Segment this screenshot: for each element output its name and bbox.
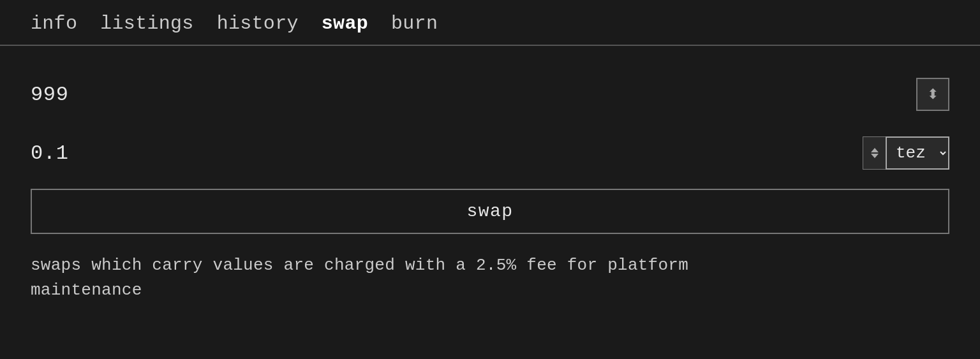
price-controls: tez usd: [863, 136, 949, 170]
arrow-down-icon: [871, 154, 879, 158]
info-text: swaps which carry values are charged wit…: [31, 247, 949, 303]
info-line2: maintenance: [31, 281, 142, 300]
arrow-up-icon: [871, 148, 879, 152]
nav-item-history[interactable]: history: [217, 13, 299, 34]
currency-select[interactable]: tez usd: [886, 136, 949, 170]
quantity-row: 999: [31, 65, 949, 124]
nav-item-listings[interactable]: listings: [100, 13, 193, 34]
swap-button-row: swap: [31, 189, 949, 234]
nav-item-swap[interactable]: swap: [322, 13, 368, 34]
info-line1: swaps which carry values are charged wit…: [31, 256, 688, 275]
nav-item-info[interactable]: info: [31, 13, 77, 34]
swap-button[interactable]: swap: [31, 189, 949, 234]
quantity-spinner[interactable]: [916, 78, 949, 111]
nav-item-burn[interactable]: burn: [391, 13, 438, 34]
main-content: 999 0.1 tez usd swap swaps which carry v…: [0, 46, 980, 322]
navigation: info listings history swap burn: [0, 0, 980, 46]
price-spinner[interactable]: [863, 136, 886, 170]
quantity-value: 999: [31, 83, 69, 106]
price-row: 0.1 tez usd: [31, 124, 949, 182]
price-value: 0.1: [31, 142, 69, 165]
